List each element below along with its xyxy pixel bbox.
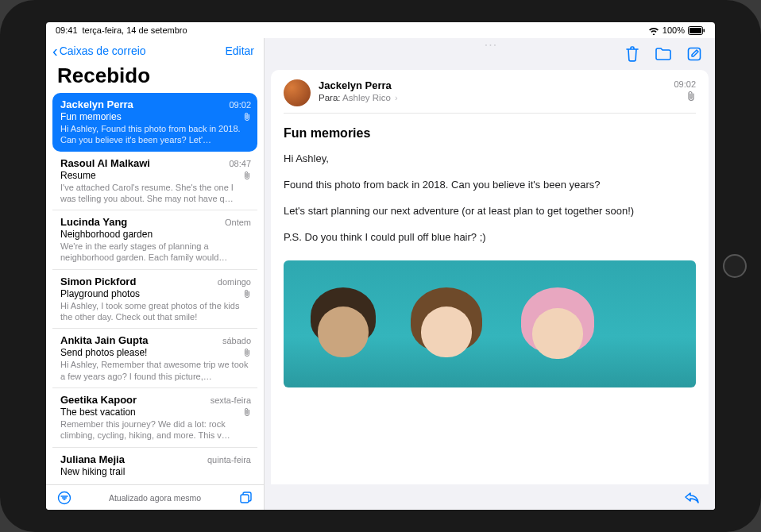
wifi-icon xyxy=(648,26,659,35)
message-subject: Fun memories xyxy=(284,114,696,152)
photo-person xyxy=(299,292,387,387)
attachment-icon xyxy=(243,289,251,299)
attachment-icon xyxy=(674,91,696,104)
list-sender: Geetika Kapoor xyxy=(60,394,137,406)
sidebar-bottom-bar: Atualizado agora mesmo xyxy=(46,484,264,510)
list-time: sexta-feira xyxy=(211,395,251,405)
message-body: Hi Ashley,Found this photo from back in … xyxy=(284,152,696,256)
list-time: 09:02 xyxy=(229,100,251,110)
list-sender: Lucinda Yang xyxy=(60,216,127,228)
photo-person xyxy=(403,292,490,387)
list-time: sábado xyxy=(222,336,251,345)
move-folder-button[interactable] xyxy=(655,46,672,62)
svg-rect-4 xyxy=(241,495,249,503)
attachment-icon xyxy=(243,112,251,121)
list-sender: Ankita Jain Gupta xyxy=(60,334,149,346)
list-subject: Neighborhood garden xyxy=(60,229,251,240)
list-preview: Remember this journey? We did a lot: roc… xyxy=(60,418,251,441)
list-time: quinta-feira xyxy=(207,455,251,465)
recipient-name: Ashley Rico xyxy=(342,93,391,102)
reply-button[interactable] xyxy=(683,490,701,504)
list-subject: Resume xyxy=(60,170,251,181)
attachment-icon xyxy=(243,348,251,357)
message-list-item[interactable]: Simon PickforddomingoPlayground photosHi… xyxy=(52,270,257,330)
svg-rect-5 xyxy=(689,48,701,60)
list-subject: New hiking trail xyxy=(60,466,251,477)
list-preview: Hi Ashley, I took some great photos of t… xyxy=(60,300,251,323)
list-subject: Playground photos xyxy=(60,288,251,299)
svg-rect-2 xyxy=(704,29,705,32)
list-time: Ontem xyxy=(225,218,251,227)
message-header: Jackelyn Perra Para: Ashley Rico › 09:02 xyxy=(284,79,696,114)
compose-button[interactable] xyxy=(686,46,702,62)
list-sender: Simon Pickford xyxy=(60,276,136,287)
screen: 09:41 terça-feira, 14 de setembro 100% ‹ xyxy=(46,22,715,510)
back-label: Caixas de correio xyxy=(60,44,146,57)
chevron-right-icon: › xyxy=(395,93,398,102)
list-time: domingo xyxy=(218,277,251,287)
list-sender: Jackelyn Perra xyxy=(60,98,133,110)
trash-button[interactable] xyxy=(624,45,640,63)
body-paragraph: P.S. Do you think I could pull off blue … xyxy=(284,230,696,245)
back-mailboxes-button[interactable]: ‹ Caixas de correio xyxy=(52,43,146,59)
list-time: 08:47 xyxy=(229,159,251,168)
ipad-frame: 09:41 terça-feira, 14 de setembro 100% ‹ xyxy=(0,0,761,532)
status-bar: 09:41 terça-feira, 14 de setembro 100% xyxy=(46,22,715,38)
message-list-item[interactable]: Ankita Jain GuptasábadoSend photos pleas… xyxy=(52,329,257,388)
mailbox-sidebar: ‹ Caixas de correio Editar Recebido Jack… xyxy=(46,38,265,510)
body-paragraph: Let's start planning our next adventure … xyxy=(284,204,696,219)
message-list-item[interactable]: Juliana Mejiaquinta-feiraNew hiking trai… xyxy=(52,448,257,483)
battery-icon xyxy=(688,26,705,35)
chevron-left-icon: ‹ xyxy=(52,43,58,59)
list-preview: I've attached Carol's resume. She's the … xyxy=(60,182,251,205)
message-list-item[interactable]: Lucinda YangOntemNeighborhood gardenWe'r… xyxy=(52,210,257,270)
list-sender: Juliana Mejia xyxy=(60,453,125,465)
attachment-icon xyxy=(243,171,251,180)
sender-avatar[interactable] xyxy=(284,79,311,106)
list-preview: Hi Ashley, Remember that awesome trip we… xyxy=(60,359,251,382)
sync-status: Atualizado agora mesmo xyxy=(109,493,201,503)
message-list[interactable]: Jackelyn Perra09:02Fun memoriesHi Ashley… xyxy=(46,93,264,484)
message-list-item[interactable]: Rasoul Al Malkawi08:47ResumeI've attache… xyxy=(52,152,257,211)
message-card: Jackelyn Perra Para: Ashley Rico › 09:02 xyxy=(271,70,709,484)
list-subject: Send photos please! xyxy=(60,347,251,358)
list-subject: The best vacation xyxy=(60,407,251,418)
status-time: 09:41 xyxy=(56,25,78,35)
message-recipient-row[interactable]: Para: Ashley Rico › xyxy=(319,93,666,102)
message-bottom-bar xyxy=(265,484,715,510)
list-preview: We're in the early stages of planning a … xyxy=(60,241,251,264)
edit-button[interactable]: Editar xyxy=(225,44,254,57)
list-subject: Fun memories xyxy=(60,111,251,122)
message-list-item[interactable]: Geetika Kapoorsexta-feiraThe best vacati… xyxy=(52,388,257,448)
message-time: 09:02 xyxy=(674,79,696,89)
inbox-title: Recebido xyxy=(46,60,264,93)
list-preview: Hi Ashley, Found this photo from back in… xyxy=(60,123,251,146)
photo-person xyxy=(514,292,601,387)
battery-percent: 100% xyxy=(662,25,685,35)
home-button[interactable] xyxy=(723,254,747,278)
body-paragraph: Hi Ashley, xyxy=(284,152,696,167)
message-sender[interactable]: Jackelyn Perra xyxy=(319,79,666,91)
message-list-item[interactable]: Jackelyn Perra09:02Fun memoriesHi Ashley… xyxy=(52,93,257,152)
body-paragraph: Found this photo from back in 2018. Can … xyxy=(284,178,696,193)
to-label: Para: xyxy=(319,93,341,102)
filter-icon[interactable] xyxy=(57,491,71,505)
attachment-icon xyxy=(243,407,251,417)
message-pane: ● ● ● Jackelyn P xyxy=(265,38,715,510)
list-sender: Rasoul Al Malkawi xyxy=(60,157,150,169)
drag-handle-icon[interactable]: ● ● ● xyxy=(485,43,496,47)
status-date: terça-feira, 14 de setembro xyxy=(83,25,187,35)
svg-rect-1 xyxy=(690,28,701,33)
multi-window-icon[interactable] xyxy=(238,491,253,505)
attached-photo[interactable] xyxy=(284,260,696,387)
